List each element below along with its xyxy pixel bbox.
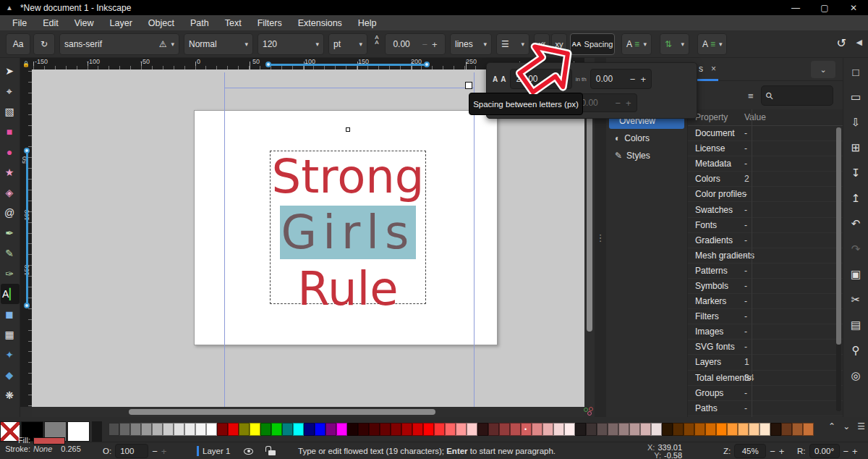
table-row[interactable]: License - [688,141,843,156]
plus-button[interactable]: + [852,446,858,457]
fill-color-swatch[interactable] [33,437,65,445]
tool-button[interactable]: ➤ [1,61,20,81]
palette-swatch[interactable] [716,423,727,436]
tool-button[interactable]: ◈ [1,182,20,203]
menu-item[interactable]: Help [350,15,385,30]
palette-swatch[interactable] [542,423,553,436]
tool-button[interactable]: ▦ [1,324,20,345]
opacity-field[interactable]: 100 [115,444,148,458]
palette-swatch[interactable] [401,423,412,436]
tool-button[interactable]: ⌖ [1,81,20,101]
palette-swatch[interactable] [803,423,814,436]
palette-swatch[interactable] [575,423,586,436]
table-row[interactable]: Layers 1 [688,355,843,370]
alignment-dropdown[interactable]: ☰ ▾ [496,33,529,55]
palette-swatch[interactable] [738,423,749,436]
palette-swatch[interactable] [488,423,499,436]
vertical-scrollbar[interactable] [584,70,595,407]
tool-button[interactable]: ▧ [1,101,20,122]
palette-swatch[interactable] [456,423,467,436]
palette-swatch[interactable] [130,423,141,436]
palette-swatch[interactable] [358,423,369,436]
menu-item[interactable]: Path [182,15,217,30]
char-rotation-spinner[interactable]: 0.00 −+ [575,93,637,112]
spacing-dropdown-button[interactable]: AA Spacing [570,33,615,55]
palette-swatch[interactable] [163,423,174,436]
table-row[interactable]: Paths - [688,401,843,416]
palette-swatch[interactable] [651,423,662,436]
palette-swatch[interactable] [532,423,542,436]
tree-expand-icon[interactable]: ≡ [748,90,754,101]
palette-swatch[interactable] [315,423,326,436]
command-button[interactable]: ▤ [846,316,865,334]
close-button[interactable]: ✕ [839,0,868,15]
palette-swatch[interactable] [271,423,282,436]
letter-spacing-spinner[interactable]: 20.00 − + [510,69,571,89]
table-row[interactable]: Total elements 34 [688,371,843,386]
tool-button[interactable]: ● [1,142,20,162]
palette-swatch[interactable]: • [521,423,532,436]
palette-swatch[interactable] [184,423,195,436]
palette-swatch[interactable] [597,423,608,436]
table-row[interactable]: Color profiles - [688,187,843,202]
palette-swatch[interactable] [141,423,152,436]
plus-button[interactable]: + [161,446,167,457]
resources-nav-item[interactable]: ◐ Colors [609,130,684,146]
palette-scroll-down-icon[interactable]: ⌄ [843,421,850,431]
plus-button[interactable]: + [432,39,438,50]
palette-swatch[interactable] [326,423,336,436]
palette-swatch[interactable] [586,423,597,436]
palette-swatch[interactable] [684,423,694,436]
rotation-field[interactable]: 0.00° [809,444,840,458]
command-button[interactable]: ⊞ [846,138,865,157]
size-unit-combo[interactable]: pt ▾ [328,33,367,55]
minus-button[interactable]: − [152,446,158,457]
tool-button[interactable]: ◆ [1,365,20,385]
palette-swatch[interactable] [434,423,445,436]
font-size-combo[interactable]: 120 ▾ [258,33,324,55]
text-orientation-dropdown[interactable]: ⇅ ▾ [660,33,689,55]
font-family-combo[interactable]: sans-serif ⚠ ▾ [59,33,179,55]
palette-swatch[interactable] [564,423,575,436]
palette-swatch[interactable] [174,423,184,436]
table-row[interactable]: SVG fonts - [688,340,843,355]
palette-swatch[interactable] [195,423,206,436]
font-collections-button[interactable]: Aa [6,33,30,55]
palette-swatch[interactable] [109,423,119,436]
palette-swatch[interactable] [510,423,521,436]
minus-button[interactable]: − [550,74,556,85]
menu-item[interactable]: Text [217,15,250,30]
palette-swatch[interactable] [781,423,792,436]
font-style-combo[interactable]: Normal ▾ [184,33,253,55]
command-button[interactable]: ⇩ [846,113,865,132]
superscript-button[interactable]: xʸ [534,33,550,55]
fill-stroke-indicator[interactable]: Fill: Stroke: None 0.265 [3,437,97,454]
layer-lock-icon[interactable] [268,450,276,455]
palette-swatch[interactable] [694,423,705,436]
refresh-fonts-button[interactable]: ↻ [33,33,55,55]
line-height-unit-combo[interactable]: lines ▾ [450,33,492,55]
table-row[interactable]: Swatches - [688,202,843,217]
palette-swatch[interactable] [282,423,293,436]
palette-swatch[interactable] [792,423,803,436]
scrollbar-thumb[interactable] [587,110,592,332]
tool-button[interactable]: A▏ [1,284,20,304]
plus-button[interactable]: + [561,74,566,85]
palette-swatch[interactable] [412,423,423,436]
writing-mode-dropdown[interactable]: A≡ ▾ [621,33,652,55]
palette-scroll-up-icon[interactable]: ⌃ [828,421,835,431]
plus-button[interactable]: + [779,446,785,457]
palette-swatch[interactable] [119,423,130,436]
table-row[interactable]: Fonts - [688,218,843,233]
palette-swatch[interactable] [770,423,781,436]
table-row[interactable]: Metadata - [688,156,843,172]
reset-toolbar-icon[interactable]: ↺ [837,36,846,50]
palette-swatch[interactable] [391,423,401,436]
command-button[interactable]: ↷ [846,240,865,258]
palette-swatch[interactable] [618,423,629,436]
tool-button[interactable]: ■ [1,122,20,142]
table-row[interactable]: Filters - [688,309,843,324]
tool-button[interactable]: ✦ [1,345,20,365]
command-button[interactable]: ✂ [846,290,865,309]
dock-tab-label[interactable]: s [699,64,703,74]
